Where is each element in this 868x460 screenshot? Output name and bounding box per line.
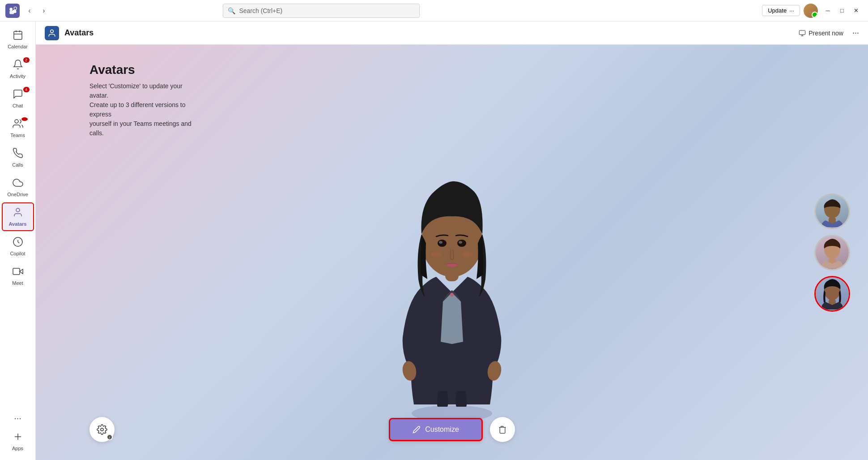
avatar-thumb-3[interactable] [814,276,850,312]
avatar-3d-figure [385,163,519,424]
apps-icon [13,431,23,445]
update-more: ··· [789,7,794,14]
app-title: Avatars [64,28,94,38]
svg-point-14 [51,30,54,33]
search-icon: 🔍 [228,7,235,14]
onedrive-icon [13,177,23,191]
present-now-label: Present now [808,30,843,37]
avatar-thumb-2[interactable] [814,235,850,271]
app-header-icon [45,26,59,40]
calls-icon [13,148,23,161]
svg-point-24 [457,240,466,247]
activity-icon [13,59,23,73]
sidebar-item-apps[interactable]: Apps [2,427,34,456]
pencil-icon [413,426,421,434]
app-header: Avatars Present now ··· [36,21,868,45]
avatar-description: Select 'Customize' to update your avatar… [89,82,197,138]
maximize-button[interactable]: □ [836,4,848,17]
svg-point-23 [438,240,447,247]
title-bar-right: Update ··· ─ □ ✕ [762,4,863,18]
avatar-bottom-controls: i Customize [36,417,868,442]
svg-point-7 [15,120,18,123]
forward-button[interactable]: › [38,4,50,17]
svg-point-29 [450,293,454,297]
meet-icon [13,266,23,279]
svg-marker-10 [20,269,23,274]
title-bar: ‹ › 🔍 Search (Ctrl+E) Update ··· ─ □ ✕ [0,0,868,21]
svg-point-25 [439,241,443,244]
sidebar-item-avatars[interactable]: Avatars [2,202,34,231]
sidebar-item-activity[interactable]: 2 Activity [2,55,34,83]
teams-icon [13,118,23,132]
present-now-button[interactable]: Present now [793,27,849,39]
sidebar-item-copilot[interactable]: Copilot [2,232,34,261]
chat-label: Chat [13,103,23,108]
svg-point-8 [16,208,20,212]
svg-point-27 [431,251,442,258]
chat-icon [13,89,23,102]
svg-point-2 [9,8,13,11]
avatar-main-content: Avatars Select 'Customize' to update you… [36,45,868,460]
delete-icon [498,425,507,434]
sidebar-item-calls[interactable]: Calls [2,143,34,172]
settings-button[interactable]: i [89,417,115,442]
sidebar-item-meet[interactable]: Meet [2,262,34,290]
svg-point-36 [101,428,103,431]
sidebar-item-calendar[interactable]: Calendar [2,25,34,54]
main-layout: Calendar 2 Activity 4 Chat [0,21,868,460]
nav-arrows: ‹ › [23,4,50,17]
customize-button[interactable]: Customize [389,418,483,441]
search-bar[interactable]: 🔍 Search (Ctrl+E) [223,4,420,18]
sidebar-item-teams[interactable]: Teams [2,114,34,142]
calls-label: Calls [12,162,23,168]
close-button[interactable]: ✕ [850,4,863,17]
settings-icon [97,424,107,435]
svg-point-26 [459,241,462,244]
avatar-thumb-1[interactable] [814,193,850,229]
minimize-button[interactable]: ─ [821,4,834,17]
svg-rect-3 [14,31,22,39]
chat-badge: 4 [23,87,30,92]
customize-label: Customize [425,426,459,434]
window-controls: ─ □ ✕ [821,4,863,17]
avatars-icon [13,207,23,220]
activity-label: Activity [10,73,26,79]
teams-logo [5,4,20,18]
onedrive-label: OneDrive [7,192,28,197]
app-header-right: Present now ··· [793,27,859,39]
svg-point-28 [462,251,473,258]
calendar-label: Calendar [8,44,28,49]
calendar-icon [13,30,23,43]
content-area: Avatars Present now ··· Avatars [36,21,868,460]
copilot-label: Copilot [10,251,25,256]
avatar-thumbnails [814,193,850,312]
search-placeholder: Search (Ctrl+E) [239,7,282,14]
meet-label: Meet [12,280,23,286]
sidebar: Calendar 2 Activity 4 Chat [0,21,36,460]
back-button[interactable]: ‹ [23,4,36,17]
activity-badge: 2 [23,57,30,63]
update-button[interactable]: Update ··· [762,5,800,16]
svg-rect-1 [9,11,14,14]
svg-rect-15 [799,30,805,34]
teams-label: Teams [10,133,25,138]
delete-button[interactable] [490,417,515,442]
app-header-more-button[interactable]: ··· [852,28,859,38]
copilot-icon [13,236,23,250]
avatar-text-overlay: Avatars Select 'Customize' to update you… [89,63,197,138]
sidebar-item-chat[interactable]: 4 Chat [2,84,34,113]
apps-label: Apps [12,446,23,451]
more-button[interactable]: ··· [10,409,25,427]
update-label: Update [768,7,787,14]
svg-rect-11 [13,268,20,275]
title-bar-left: ‹ › [5,4,50,18]
avatar-page-title: Avatars [89,63,197,77]
avatars-label: Avatars [9,221,27,227]
present-icon [799,30,806,37]
user-avatar-button[interactable] [804,4,818,18]
sidebar-item-onedrive[interactable]: OneDrive [2,173,34,202]
settings-badge: i [106,434,113,440]
